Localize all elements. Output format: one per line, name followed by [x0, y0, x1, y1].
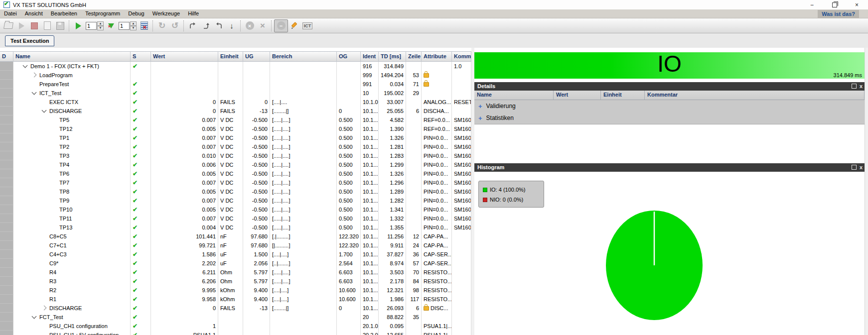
details-close-icon[interactable]: x: [860, 83, 863, 89]
column-header-s[interactable]: S: [131, 51, 151, 62]
table-row[interactable]: PrepareTest✔9910.03471: [0, 80, 471, 89]
table-row[interactable]: ICT_Test✔10195.00229: [0, 89, 471, 98]
collapse-icon[interactable]: [32, 314, 37, 319]
column-header-attribute[interactable]: Attribute: [422, 51, 452, 62]
histogram-pin-icon[interactable]: [852, 165, 857, 170]
jump-to-position-button[interactable]: ↓: [225, 20, 238, 32]
table-row[interactable]: DISCHARGE✔0FAILS-13[........|]010.1...25…: [0, 107, 471, 115]
table-row[interactable]: C9*✔2.202uF2.056[..|.......]2.56410.1...…: [0, 259, 471, 268]
column-header-name[interactable]: Name: [13, 51, 131, 62]
table-row[interactable]: TP10✔0.005V DC-0.500[.....|....]0.50010.…: [0, 205, 471, 214]
table-row[interactable]: R4✔6.211Ohm5.797[.....|....]6.60310.1...…: [0, 268, 471, 277]
details-row-validierung[interactable]: +Validierung: [474, 100, 865, 112]
menu-item-hilfe[interactable]: Hilfe: [184, 9, 203, 18]
details-row-statistiken[interactable]: +Statistiken: [474, 112, 865, 124]
expand-icon[interactable]: [32, 73, 37, 78]
table-row[interactable]: DISCHARGE✔0FAILS-13[........|]010.1...26…: [0, 304, 471, 313]
table-row[interactable]: R1✔9.958kOhm9.400[....|....]10.60010.1..…: [0, 295, 471, 304]
table-row[interactable]: TP8✔0.005V DC-0.500[.....|....]0.50010.1…: [0, 187, 471, 196]
collapse-icon[interactable]: [32, 90, 37, 95]
column-header-d[interactable]: D: [0, 51, 13, 62]
menu-item-werkzeuge[interactable]: Werkzeuge: [148, 9, 184, 18]
run-count-arrows[interactable]: ▲▼: [97, 21, 104, 30]
column-header-einheit[interactable]: Einheit: [218, 51, 243, 62]
tab-test-execution[interactable]: Test Execution: [5, 35, 54, 46]
table-row[interactable]: TP3✔0.010V DC-0.500[.....|....]0.50010.1…: [0, 151, 471, 160]
expand-icon[interactable]: [42, 306, 47, 311]
redo-button[interactable]: ↻: [155, 20, 168, 32]
undo-button[interactable]: ↺: [168, 20, 181, 32]
table-row[interactable]: TP5✔0.007V DC-0.500[.....|....]0.50010.1…: [0, 115, 471, 124]
column-header-komm[interactable]: Komm: [452, 51, 471, 62]
table-row[interactable]: C7+C1✔99.721nF97.680[|.........]122.3201…: [0, 241, 471, 250]
step-over-button[interactable]: [186, 20, 199, 32]
table-row[interactable]: C4+C3✔1.586uF1.500[....|....]1.70010.1..…: [0, 250, 471, 259]
column-header-td[interactable]: TD [ms]: [379, 51, 406, 62]
report-button[interactable]: [41, 20, 54, 32]
table-row[interactable]: R3✔6.206Ohm5.797[.....|....]6.60310.1...…: [0, 277, 471, 286]
menu-item-debug[interactable]: Debug: [124, 9, 148, 18]
table-row[interactable]: C8+C5✔101.441nF97.680[.|........]122.320…: [0, 232, 471, 241]
cell-td: 1.341: [379, 205, 406, 214]
table-row[interactable]: TP6✔0.005V DC-0.500[.....|....]0.50010.1…: [0, 169, 471, 178]
help-badge[interactable]: Was ist das?: [818, 10, 859, 18]
table-row[interactable]: TP2✔0.007V DC-0.500[.....|....]0.50010.1…: [0, 142, 471, 151]
step-into-button[interactable]: [212, 20, 225, 32]
table-row[interactable]: TP9✔0.007V DC-0.500[.....|....]0.50010.1…: [0, 196, 471, 205]
clear-circle-button[interactable]: ×: [243, 20, 256, 32]
close-button[interactable]: ×: [846, 0, 868, 9]
menu-item-testprogramm[interactable]: Testprogramm: [81, 9, 124, 18]
delete-button[interactable]: ×: [256, 20, 269, 32]
column-header-ug[interactable]: UG: [243, 51, 270, 62]
table-row[interactable]: Demo 1 - FOX (ICTx + FKT)✔916314.8491.0: [0, 62, 471, 71]
table-row[interactable]: TP13✔0.004V DC-0.500[.....|....]0.50010.…: [0, 223, 471, 232]
table-row[interactable]: R2✔9.995kOhm9.400[....|....]10.60010.1..…: [0, 286, 471, 295]
run-count-input[interactable]: [86, 22, 97, 30]
run-until-fail-button[interactable]: ×: [105, 20, 118, 32]
details-column-name[interactable]: Name: [474, 91, 554, 100]
histogram-close-icon[interactable]: x: [860, 164, 863, 170]
menu-item-ansicht[interactable]: Ansicht: [21, 9, 47, 18]
stop-button[interactable]: [28, 20, 41, 32]
edit-button[interactable]: [288, 20, 301, 32]
details-column-kommentar[interactable]: Kommentar: [645, 91, 865, 100]
column-header-zeile[interactable]: Zeile: [406, 51, 422, 62]
menu-item-datei[interactable]: Datei: [0, 9, 21, 18]
expand-plus-icon[interactable]: +: [478, 103, 482, 110]
expand-plus-icon[interactable]: +: [478, 114, 482, 122]
collapse-icon[interactable]: [23, 63, 28, 68]
table-row[interactable]: FCT_Test✔2088.82235: [0, 313, 471, 322]
column-header-ident[interactable]: Ident: [361, 51, 379, 62]
details-column-einheit[interactable]: Einheit: [601, 91, 645, 100]
suppress-button[interactable]: −: [274, 19, 288, 32]
details-column-wert[interactable]: Wert: [554, 91, 601, 100]
table-row[interactable]: TP7✔0.007V DC-0.500[.....|....]0.50010.1…: [0, 178, 471, 187]
table-row[interactable]: LoadProgram9991494.20453: [0, 71, 471, 80]
table-row[interactable]: TP12✔0.005V DC-0.500[.....|....]0.50010.…: [0, 124, 471, 133]
column-header-og[interactable]: OG: [337, 51, 361, 62]
details-pin-icon[interactable]: [852, 84, 857, 89]
table-row[interactable]: PSU_CH1 configuration✔120.1.00.095PSUA1.…: [0, 322, 471, 331]
save-button[interactable]: [54, 20, 67, 32]
cell-d: [0, 80, 13, 89]
column-header-bereich[interactable]: Bereich: [270, 51, 337, 62]
table-row[interactable]: TP1✔0.007V DC-0.500[.....|....]0.50010.1…: [0, 133, 471, 142]
ict-mode-button[interactable]: ICT: [301, 20, 314, 32]
table-row[interactable]: TP4✔0.006V DC-0.500[.....|....]0.50010.1…: [0, 160, 471, 169]
fail-count-input[interactable]: [119, 22, 130, 30]
collapse-icon[interactable]: [42, 108, 47, 113]
stop-on-fail-button[interactable]: ×: [138, 20, 150, 32]
open-file-button[interactable]: [2, 20, 15, 32]
column-header-wert[interactable]: Wert: [151, 51, 218, 62]
cell-attribute: PIN=0.0...: [422, 142, 452, 151]
restore-button[interactable]: [823, 0, 846, 9]
start-test-button[interactable]: [72, 20, 85, 32]
table-row[interactable]: PSU_CH1 : 5V configuration✔PSUA1.120.2.0…: [0, 331, 471, 335]
menu-item-bearbeiten[interactable]: Bearbeiten: [47, 9, 81, 18]
table-row[interactable]: TP11✔0.007V DC-0.500[.....|....]0.50010.…: [0, 214, 471, 223]
minimize-button[interactable]: −: [801, 0, 823, 9]
table-row[interactable]: EXEC ICTX✔0FAILS0[....|....10.1.033.007A…: [0, 98, 471, 107]
step-return-button[interactable]: [199, 20, 212, 32]
fail-count-arrows[interactable]: ▲▼: [130, 21, 137, 30]
run-button-disabled[interactable]: [15, 20, 28, 32]
